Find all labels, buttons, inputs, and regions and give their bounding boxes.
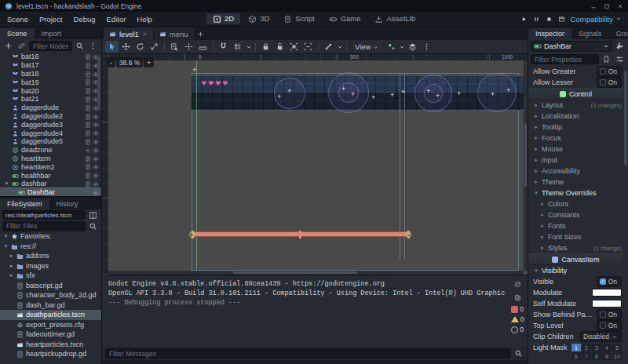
expand-arrow-icon[interactable]: ▸ xyxy=(9,253,14,259)
scene-node-bat16[interactable]: bat16 xyxy=(0,53,101,61)
move-tool[interactable] xyxy=(119,41,133,53)
menu-debug[interactable]: Debug xyxy=(68,14,101,24)
scene-tab-level1[interactable]: level1 xyxy=(104,27,153,40)
workspace-script[interactable]: Script xyxy=(277,13,320,24)
bool-editor[interactable]: ✓On xyxy=(597,276,622,287)
scene-node-bat21[interactable]: bat21 xyxy=(0,95,101,104)
color-picker-swatch[interactable] xyxy=(592,300,622,308)
file-item-batscript-gd[interactable]: batscript.gd xyxy=(0,281,101,291)
group-constants[interactable]: ▸Constants xyxy=(528,209,623,220)
eye-icon[interactable] xyxy=(93,155,99,162)
rotate-tool[interactable] xyxy=(133,41,147,53)
scale-tool[interactable] xyxy=(148,41,161,53)
pause-button[interactable] xyxy=(533,15,540,24)
group-theme[interactable]: ▸Theme xyxy=(528,177,623,187)
file-item-res-[interactable]: ▾res:// xyxy=(0,242,101,252)
scene-node-bat17[interactable]: bat17 xyxy=(0,61,101,70)
file-item-addons[interactable]: ▸addons xyxy=(0,251,101,261)
file-item-dash-bar-gd[interactable]: dash_bar.gd xyxy=(0,300,101,311)
bool-editor[interactable]: On xyxy=(597,309,622,320)
scene-node-heartitem[interactable]: heartitem xyxy=(0,155,101,163)
scene-node-dashbar[interactable]: DashBar xyxy=(0,188,101,196)
scene-tree-scrollbar[interactable] xyxy=(97,56,100,111)
group-accessibility[interactable]: ▸Accessibility xyxy=(528,166,623,177)
filter-properties-input[interactable] xyxy=(531,54,599,64)
tab-filesystem[interactable]: FileSystem xyxy=(0,198,49,209)
menu-scene[interactable]: Scene xyxy=(2,14,34,24)
filter-messages-input[interactable] xyxy=(105,348,510,359)
property-options-button[interactable] xyxy=(614,54,626,65)
skeleton-menu[interactable] xyxy=(336,41,343,53)
file-item-favorites-[interactable]: ▾Favorites: xyxy=(0,231,101,242)
ungroup-button[interactable] xyxy=(301,41,315,53)
zoom-in-button[interactable]: + xyxy=(144,57,154,67)
movie-mode-button[interactable] xyxy=(558,15,565,24)
file-item-images[interactable]: ▸images xyxy=(0,261,101,271)
scene-node-daggerdude3[interactable]: daggerdude3 xyxy=(0,120,101,129)
file-item-heartparticles-tscn[interactable]: heartparticles.tscn xyxy=(0,340,101,350)
selection-handle[interactable] xyxy=(299,231,301,233)
scene-node-dashbar[interactable]: ▾dashbar xyxy=(0,180,101,188)
toggle-split-mode-button[interactable] xyxy=(87,209,99,220)
group-mouse[interactable]: ▸Mouse xyxy=(528,144,623,155)
group-focus[interactable]: ▸Focus xyxy=(528,133,623,144)
eye-icon[interactable] xyxy=(93,112,99,120)
file-item-fadeouttimer-gd[interactable]: fadeouttimer.gd xyxy=(0,329,101,340)
eye-icon[interactable] xyxy=(93,188,99,196)
layer-cell-10[interactable]: 10 xyxy=(612,352,622,360)
warning-count-toggle[interactable]: 0 xyxy=(511,315,524,323)
add-scene-tab-button[interactable] xyxy=(195,27,207,40)
snap-options[interactable] xyxy=(245,41,252,53)
file-item-sfx[interactable]: ▸sfx xyxy=(0,271,101,281)
file-item-heartpickupdrop-gd[interactable]: heartpickupdrop.gd xyxy=(0,349,101,359)
workspace-assetlib[interactable]: AssetLib xyxy=(369,13,422,24)
file-item-deathparticles-tscn[interactable]: deathparticles.tscn xyxy=(0,310,101,320)
enum-dropdown[interactable]: Disabled xyxy=(580,331,622,342)
scene-node-heartitem2[interactable]: heartitem2 xyxy=(0,162,101,171)
layer-cell-3[interactable]: 3 xyxy=(592,344,601,351)
layer-cell-8[interactable]: 8 xyxy=(592,352,601,360)
select-tool[interactable] xyxy=(105,41,119,53)
group-font-sizes[interactable]: ▸Font Sizes xyxy=(528,231,623,242)
expand-arrow-icon[interactable]: ▸ xyxy=(9,272,14,278)
2d-viewport[interactable]: 05001000 +++++++++++++♥♥♥♥ - 38.6 % + xyxy=(102,54,528,275)
smart-snap-toggle[interactable] xyxy=(217,41,230,53)
scene-node-daggerdude2[interactable]: daggerdude2 xyxy=(0,112,101,121)
file-item-export-presets-cfg[interactable]: export_presets.cfg xyxy=(0,320,101,330)
color-picker-swatch[interactable] xyxy=(592,289,622,297)
group-styles[interactable]: ▸Styles(1 change) xyxy=(528,242,623,253)
copy-output-button[interactable] xyxy=(512,292,524,303)
group-button[interactable] xyxy=(287,41,301,53)
layer-cell-5[interactable]: 5 xyxy=(612,344,622,351)
ruler-tool[interactable] xyxy=(196,41,210,53)
error-count-toggle[interactable]: 0 xyxy=(511,305,524,313)
scene-node-bat18[interactable]: bat18 xyxy=(0,70,101,78)
zoom-percent-button[interactable]: 38.6 % xyxy=(116,57,143,67)
tab-signals[interactable]: Signals xyxy=(571,28,609,39)
stop-button[interactable] xyxy=(546,15,553,24)
pivot-tool[interactable] xyxy=(182,41,195,53)
scene-tab-menu[interactable]: menu xyxy=(154,27,194,40)
viewport-hscrollbar[interactable] xyxy=(108,271,524,275)
layer-cell-1[interactable]: 1 xyxy=(571,344,581,351)
expand-arrow-icon[interactable]: ▸ xyxy=(9,263,14,269)
scene-node-healthbar[interactable]: healthbar xyxy=(0,171,101,180)
layer-cell-6[interactable]: 6 xyxy=(571,352,581,360)
edited-node-dropdown[interactable]: DashBar xyxy=(531,41,612,52)
file-item-character-body-2d-gd[interactable]: character_body_2d.gd xyxy=(0,290,101,300)
onion-skinning[interactable] xyxy=(406,41,419,53)
scene-node-daggerdude[interactable]: daggerdude xyxy=(0,104,101,112)
eye-icon[interactable] xyxy=(93,172,99,180)
group-colors[interactable]: ▸Colors xyxy=(528,198,623,209)
tab-groups[interactable]: Groups xyxy=(609,28,628,39)
eye-icon[interactable] xyxy=(93,137,99,145)
menu-editor[interactable]: Editor xyxy=(101,14,132,24)
maximize-button[interactable] xyxy=(604,2,610,10)
scene-node-bat20[interactable]: bat20 xyxy=(0,86,101,95)
workspace-3d[interactable]: 3D xyxy=(242,13,276,24)
object-tools-button[interactable] xyxy=(614,41,626,52)
key-options[interactable] xyxy=(398,41,405,53)
collapse-arrow-icon[interactable]: ▾ xyxy=(3,233,9,239)
filter-nodes-input[interactable] xyxy=(29,41,72,51)
tab-history[interactable]: History xyxy=(49,198,86,209)
